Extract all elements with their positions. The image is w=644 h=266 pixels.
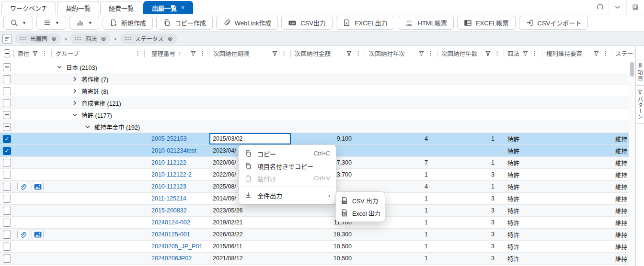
tab-workbench[interactable]: ワークベンチ: [1, 1, 56, 14]
row-checkbox[interactable]: [3, 183, 11, 191]
submenu-item-csv-export[interactable]: csv CSV 出力: [336, 194, 385, 207]
docket-link[interactable]: 20240125-001: [151, 231, 190, 238]
column-menu-icon[interactable]: ⋮: [41, 50, 47, 56]
filter-icon[interactable]: [346, 50, 352, 56]
group-row-annuity[interactable]: 維持年金中 (192): [0, 121, 635, 133]
row-checkbox[interactable]: [3, 87, 11, 95]
group-chip-law[interactable]: 四法 ⊗: [70, 33, 110, 44]
group-chip-status[interactable]: ステータス ⊗: [120, 33, 177, 44]
table-row[interactable]: 2005-252153 2015/03/02 9,100 4 1 特許 維持: [0, 133, 635, 145]
group-panel-icon[interactable]: [2, 34, 12, 44]
row-checkbox[interactable]: [3, 255, 11, 263]
column-menu-icon[interactable]: ⋮: [531, 50, 538, 56]
column-menu-icon[interactable]: ⋮: [135, 50, 141, 56]
row-checkbox[interactable]: [3, 63, 11, 71]
row-checkbox[interactable]: [3, 135, 11, 143]
remove-chip-icon[interactable]: ⊗: [51, 35, 57, 42]
attachment-image-button[interactable]: [32, 230, 44, 239]
menu-item-copy-with-names[interactable]: 項目名付きでコピー: [239, 160, 336, 172]
chevron-right-icon[interactable]: [72, 100, 78, 106]
group-row-deposit[interactable]: 菌寄託 (8): [0, 85, 635, 97]
row-checkbox[interactable]: [3, 207, 11, 215]
attachment-image-button[interactable]: [32, 182, 44, 191]
table-row[interactable]: 20240205_JP_P01 2015/06/11 10,500 1 3 特許…: [0, 241, 635, 253]
menu-item-paste[interactable]: 貼付け Ctrl+V: [239, 172, 336, 185]
chevron-right-icon[interactable]: [72, 76, 78, 82]
group-row-copyright[interactable]: 著作権 (7): [0, 73, 635, 85]
tab-expenses[interactable]: 経費一覧: [100, 1, 142, 14]
row-checkbox[interactable]: [3, 195, 11, 203]
filter-icon[interactable]: [272, 50, 278, 56]
filter-icon[interactable]: [485, 50, 491, 56]
chevron-right-icon[interactable]: [72, 88, 78, 94]
docket-link[interactable]: 2010-112122-2: [151, 171, 192, 178]
menu-item-export-all[interactable]: 全件出力 ›: [239, 189, 336, 201]
csv-export-button[interactable]: csv CSV出力: [281, 16, 333, 30]
filter-icon[interactable]: [418, 50, 425, 56]
html-report-button[interactable]: <>HTML HTML帳票: [398, 16, 454, 30]
docket-link[interactable]: 2015-200832: [151, 207, 187, 214]
remove-chip-icon[interactable]: ⊗: [168, 35, 173, 42]
tab-items-panel[interactable]: 項目: [636, 59, 644, 86]
group-row-patent[interactable]: 特許 (1177): [0, 109, 635, 121]
table-row[interactable]: 2015-200832 2023/05/26 1 3 特許 維持: [0, 205, 635, 217]
col-header-group[interactable]: グループ ⋮: [52, 46, 145, 61]
docket-link[interactable]: 2010-112122: [151, 159, 186, 166]
filter-icon[interactable]: [32, 50, 38, 56]
docket-link[interactable]: 2005-252153: [151, 135, 187, 142]
column-menu-icon[interactable]: ⋮: [494, 50, 500, 56]
create-copy-button[interactable]: コピー作成: [156, 16, 213, 30]
col-header-next-payment-amount[interactable]: 次回納付金額 ⋮: [291, 46, 365, 61]
col-header-next-payment-deadline[interactable]: 次回納付期限 ⋮: [209, 46, 291, 61]
col-header-rights-maintain[interactable]: 権利維持要否 ⋮: [542, 46, 612, 61]
docket-link[interactable]: 20240205_JP_P01: [151, 243, 202, 250]
chart-split-button[interactable]: ▼: [69, 16, 99, 30]
chevron-down-icon[interactable]: [85, 124, 91, 130]
row-checkbox[interactable]: [3, 243, 11, 251]
table-row[interactable]: 20240206JP02 2021/08/12 10,500 1 3 特許 維持: [0, 253, 635, 265]
row-checkbox[interactable]: [3, 111, 11, 119]
col-header-attach[interactable]: 添付 ⋮: [14, 46, 52, 61]
row-checkbox[interactable]: [3, 171, 11, 179]
row-checkbox[interactable]: [3, 147, 11, 155]
col-header-next-payment-year[interactable]: 次回納付年次 ⋮: [365, 46, 437, 61]
search-split-button[interactable]: ▼: [3, 16, 33, 30]
submenu-item-excel-export[interactable]: x Excel 出力: [336, 207, 385, 219]
weblink-create-button[interactable]: WebLink作成: [216, 16, 278, 30]
refresh-button[interactable]: [591, 0, 609, 14]
docket-link[interactable]: 2010-112123: [151, 183, 186, 190]
docket-link[interactable]: 2010-021234test: [151, 147, 196, 154]
filter-icon[interactable]: [593, 50, 599, 56]
menu-item-copy[interactable]: コピー Ctrl+C: [239, 147, 336, 160]
close-tab-icon[interactable]: ×: [181, 5, 184, 11]
remove-chip-icon[interactable]: ⊗: [101, 35, 106, 42]
table-row[interactable]: 20240124-002 2019/02/21 11,700 1 3 特許 維持: [0, 217, 635, 229]
column-menu-icon[interactable]: ⋮: [602, 50, 609, 56]
col-header-next-payment-years[interactable]: 次回納付年数 ⋮: [437, 46, 504, 61]
row-checkbox[interactable]: [3, 219, 11, 227]
chevron-down-icon[interactable]: [57, 64, 62, 70]
filter-icon[interactable]: [522, 50, 529, 56]
scrollbar-thumb[interactable]: [630, 62, 634, 77]
col-header-law-type[interactable]: 四法 ⋮: [504, 46, 542, 61]
attachment-file-button[interactable]: [17, 182, 29, 191]
focused-cell[interactable]: 2015/03/02: [209, 133, 291, 144]
column-menu-icon[interactable]: ⋮: [427, 50, 434, 56]
select-all-checkbox[interactable]: [4, 49, 10, 57]
excel-report-button[interactable]: EXCEL帳票: [457, 16, 516, 30]
docket-link[interactable]: 2011-125214: [151, 195, 186, 202]
attachment-file-button[interactable]: [17, 230, 29, 239]
docket-link[interactable]: 20240124-002: [151, 219, 190, 226]
column-menu-icon[interactable]: ⋮: [281, 50, 287, 56]
tab-contracts[interactable]: 契約一覧: [57, 1, 99, 14]
list-split-button[interactable]: ▼: [36, 16, 66, 30]
excel-export-button[interactable]: x EXCEL出力: [336, 16, 394, 30]
chevron-down-icon[interactable]: [72, 112, 78, 118]
group-row-breeder[interactable]: 育成者権 (121): [0, 97, 635, 109]
maximize-button[interactable]: [626, 0, 644, 14]
row-checkbox[interactable]: [3, 123, 11, 131]
tab-pattern-panel[interactable]: パターン: [636, 86, 644, 124]
col-header-docket-number[interactable]: 整理番号 ↑ ⋮: [145, 46, 209, 61]
docket-link[interactable]: 20240206JP02: [151, 255, 192, 262]
csv-import-button[interactable]: CSVインポート: [519, 16, 588, 30]
